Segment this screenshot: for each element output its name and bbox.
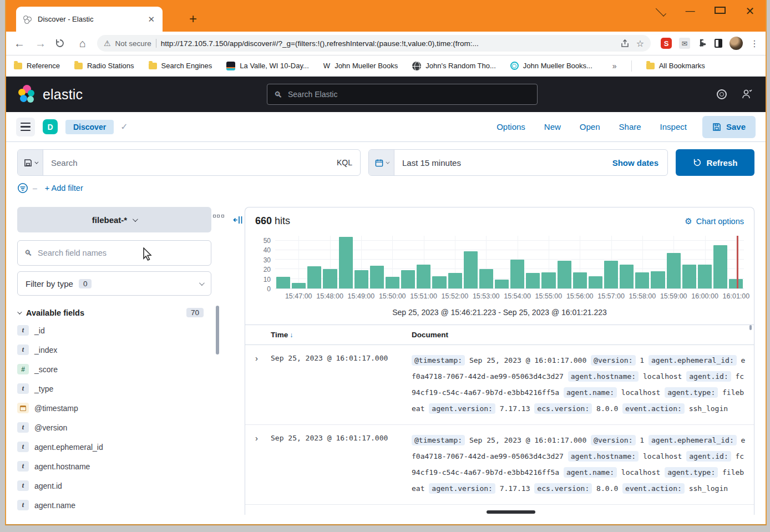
histogram-bar[interactable] (541, 272, 555, 288)
bookmarks-overflow-icon[interactable]: » (612, 62, 617, 70)
field-item[interactable]: tagent.id (17, 476, 211, 495)
forward-button[interactable]: → (34, 37, 47, 50)
document-column-header[interactable]: Document (412, 331, 448, 339)
new-tab-button[interactable]: + (189, 11, 197, 27)
menu-hamburger-icon[interactable] (16, 118, 35, 136)
field-item[interactable]: t@version (17, 418, 211, 437)
horizontal-scrollbar[interactable] (487, 510, 535, 514)
table-scrollbar[interactable] (749, 325, 752, 330)
expand-row-icon[interactable]: › (255, 432, 271, 496)
histogram-bar[interactable] (713, 245, 727, 288)
reload-button[interactable] (55, 38, 68, 48)
field-item[interactable]: t_type (17, 379, 211, 398)
field-item[interactable]: t_index (17, 340, 211, 359)
not-secure-warning-icon[interactable]: ⚠ (104, 39, 111, 48)
url-bar[interactable]: ⚠ Not secure http://172.105.7.150/app/di… (97, 35, 651, 52)
bookmark-item[interactable]: La Valle, WI 10-Day... (226, 62, 309, 70)
histogram-bar[interactable] (323, 269, 337, 288)
histogram-bar[interactable] (651, 271, 665, 288)
bookmark-item[interactable]: John Mueller Books... (510, 62, 592, 70)
chart-options-button[interactable]: ⚙ Chart options (685, 216, 744, 226)
kql-button[interactable]: KQL (329, 150, 360, 175)
histogram-bar[interactable] (526, 273, 540, 288)
available-fields-header[interactable]: Available fields 70 (17, 308, 211, 317)
toolbar-link-open[interactable]: Open (580, 122, 600, 131)
bookmark-item[interactable]: WJohn Mueller Books (323, 62, 398, 70)
refresh-button[interactable]: Refresh (676, 149, 754, 176)
histogram-bar[interactable] (635, 272, 649, 288)
save-button[interactable]: Save (702, 116, 756, 138)
browser-menu-icon[interactable]: ⋮ (750, 38, 759, 49)
bookmark-item[interactable]: Radio Stations (74, 62, 134, 70)
toolbar-link-inspect[interactable]: Inspect (660, 122, 687, 131)
sidebar-scrollbar[interactable] (216, 306, 219, 354)
user-settings-icon[interactable] (741, 88, 753, 100)
histogram-bar[interactable] (558, 261, 571, 288)
profile-avatar[interactable] (730, 37, 743, 50)
back-button[interactable]: ← (13, 37, 26, 50)
histogram-bar[interactable] (354, 270, 368, 288)
global-search-input[interactable]: 🔍︎ Search Elastic (267, 84, 538, 105)
tab-close-icon[interactable]: ✕ (145, 14, 157, 24)
histogram-bar[interactable] (417, 265, 430, 288)
filter-icon[interactable] (17, 183, 28, 194)
histogram-bar[interactable] (339, 237, 353, 288)
bookmark-star-icon[interactable]: ☆ (636, 38, 644, 49)
histogram-bar[interactable] (386, 277, 399, 288)
security-label[interactable]: Not secure (115, 39, 151, 48)
tab-search-icon[interactable] (655, 6, 666, 17)
histogram-bar[interactable] (510, 260, 524, 288)
show-dates-button[interactable]: Show dates (604, 150, 667, 175)
field-item[interactable]: tagent.name (17, 495, 211, 515)
home-button[interactable]: ⌂ (76, 37, 89, 50)
toolbar-link-options[interactable]: Options (497, 122, 525, 131)
histogram-bar[interactable] (370, 266, 384, 288)
toolbar-link-new[interactable]: New (544, 122, 561, 131)
histogram-bar[interactable] (464, 251, 478, 288)
maximize-button[interactable] (715, 6, 726, 17)
histogram-bar[interactable] (479, 269, 493, 288)
histogram-bar[interactable] (698, 265, 712, 288)
bookmark-item[interactable]: Reference (14, 62, 60, 70)
collapse-sidebar-icon[interactable] (233, 215, 244, 225)
saved-query-menu-button[interactable] (18, 150, 43, 175)
histogram-bar[interactable] (589, 276, 602, 288)
histogram-bar[interactable] (682, 265, 696, 288)
close-button[interactable]: ✕ (744, 4, 756, 18)
histogram-bar[interactable] (432, 276, 446, 288)
field-item[interactable]: tagent.hostname (17, 457, 211, 476)
elastic-logo-icon[interactable] (18, 85, 37, 104)
field-search-input[interactable] (38, 249, 204, 257)
toolbar-link-share[interactable]: Share (619, 122, 641, 131)
index-pattern-selector[interactable]: filebeat-* (17, 207, 211, 232)
histogram-bar[interactable] (604, 261, 618, 288)
filter-by-type-dropdown[interactable]: Filter by type 0 (17, 271, 211, 296)
histogram-bar[interactable] (448, 273, 462, 288)
histogram-bar[interactable] (307, 266, 321, 288)
minimize-button[interactable]: — (685, 6, 696, 17)
histogram-bar[interactable] (495, 280, 509, 288)
bookmark-item[interactable]: John's Random Tho... (412, 62, 496, 70)
extension-mail-icon[interactable]: ✉ (679, 38, 690, 49)
extensions-puzzle-icon[interactable] (697, 38, 707, 48)
histogram-bar[interactable] (292, 283, 306, 288)
add-filter-button[interactable]: + Add filter (45, 184, 83, 192)
field-item[interactable]: @timestamp (17, 398, 211, 418)
space-avatar[interactable]: D (43, 119, 58, 134)
field-settings-icon[interactable] (213, 215, 224, 217)
histogram-bar[interactable] (401, 270, 415, 288)
share-icon[interactable] (620, 39, 630, 48)
histogram-bar[interactable] (667, 253, 681, 288)
time-range-value[interactable]: Last 15 minutes (394, 150, 604, 175)
side-panel-icon[interactable] (715, 39, 722, 48)
time-column-header[interactable]: Time↓ (255, 331, 412, 339)
histogram-bar[interactable] (620, 265, 634, 288)
expand-row-icon[interactable]: › (255, 352, 271, 417)
url-text[interactable]: http://172.105.7.150/app/discover#/?_g=(… (161, 39, 616, 48)
histogram-bar[interactable] (276, 277, 290, 288)
bookmark-item[interactable]: Search Engines (149, 62, 212, 70)
histogram-bar[interactable] (573, 272, 587, 288)
field-item[interactable]: tagent.ephemeral_id (17, 437, 211, 457)
extension-s-icon[interactable]: S (661, 38, 672, 49)
histogram-bar[interactable] (729, 279, 743, 288)
